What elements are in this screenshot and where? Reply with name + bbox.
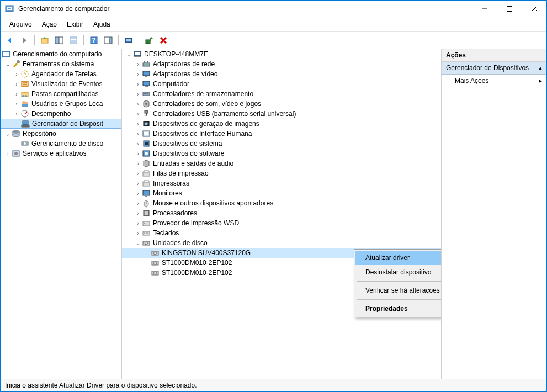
chevron-right-icon[interactable]: › [134, 151, 142, 157]
device-category-disks[interactable]: ⌄Unidades de disco [122, 238, 441, 248]
tree-services-apps[interactable]: › Serviços e aplicativos [1, 149, 121, 158]
menu-view[interactable]: Exibir [62, 19, 88, 29]
properties-button[interactable] [67, 34, 79, 46]
device-category[interactable]: ›Impressoras [122, 178, 441, 188]
chevron-right-icon[interactable]: › [134, 111, 142, 117]
chevron-right-icon[interactable]: › [134, 190, 142, 197]
close-button[interactable] [522, 1, 546, 17]
tree-eventviewer[interactable]: › Visualizador de Eventos [1, 79, 121, 89]
device-category[interactable]: ›Monitores [122, 188, 441, 198]
tree-users-label: Usuários e Grupos Loca [31, 100, 103, 108]
chevron-right-icon[interactable]: › [4, 151, 12, 157]
actions-more[interactable]: Mais Ações ▸ [442, 75, 546, 87]
chevron-down-icon[interactable]: ⌄ [134, 240, 142, 246]
forward-button[interactable] [18, 34, 30, 46]
chevron-right-icon[interactable]: › [134, 81, 142, 87]
svg-rect-51 [134, 56, 141, 57]
device-category[interactable]: ›Processadores [122, 208, 441, 218]
devmgr-icon [21, 119, 30, 128]
device-category[interactable]: ›Dispositivos de geração de imagens [122, 119, 441, 129]
device-category[interactable]: ›Dispositivos do software [122, 149, 441, 158]
scan-hardware-button[interactable] [123, 34, 135, 46]
chevron-right-icon[interactable]: › [134, 200, 142, 206]
chevron-right-icon[interactable]: › [13, 101, 20, 107]
clock-icon [20, 70, 29, 78]
console-tree-pane[interactable]: Gerenciamento do computado ⌄ Ferramentas… [1, 49, 122, 379]
tree-users-groups[interactable]: › Usuários e Grupos Loca [1, 99, 121, 109]
device-category[interactable]: ›Controladores de armazenamento [122, 89, 441, 99]
show-hide-action-pane-button[interactable] [102, 34, 114, 46]
device-category-label: Dispositivos de sistema [153, 140, 222, 147]
chevron-right-icon[interactable]: › [13, 81, 20, 87]
chevron-right-icon[interactable]: › [134, 230, 142, 236]
tree-system-tools[interactable]: ⌄ Ferramentas do sistema [1, 59, 121, 69]
tree-disk-management[interactable]: Gerenciamento de disco [1, 139, 121, 149]
device-category[interactable]: ›Dispositivos de Interface Humana [122, 129, 441, 139]
chevron-right-icon[interactable]: › [134, 91, 142, 97]
tree-root-label: Gerenciamento do computado [13, 50, 102, 58]
menu-file[interactable]: Arquivo [5, 19, 36, 29]
menu-action[interactable]: Ação [38, 19, 61, 29]
device-category[interactable]: ›Mouse e outros dispositivos apontadores [122, 198, 441, 208]
chevron-right-icon[interactable]: › [134, 171, 142, 177]
actions-section[interactable]: Gerenciador de Dispositivos ▴ [442, 62, 546, 75]
chevron-right-icon[interactable]: › [134, 210, 142, 216]
chevron-right-icon[interactable]: › [134, 121, 142, 127]
menu-help[interactable]: Ajuda [89, 19, 115, 29]
tree-device-manager[interactable]: Gerenciador de Disposit [1, 119, 121, 129]
tree-perf-label: Desempenho [31, 110, 71, 118]
chevron-right-icon[interactable]: › [134, 161, 142, 167]
chevron-right-icon[interactable]: › [134, 71, 142, 77]
device-category[interactable]: ›Computador [122, 79, 441, 89]
disk-device-label: ST1000DM010-2EP102 [162, 269, 232, 277]
chevron-right-icon[interactable]: › [13, 111, 20, 117]
update-driver-button[interactable] [143, 34, 155, 46]
chevron-down-icon[interactable]: ⌄ [4, 131, 12, 137]
show-hide-tree-button[interactable] [53, 34, 65, 46]
help-button[interactable]: ? [88, 34, 100, 46]
device-category[interactable]: ›Entradas e saídas de áudio [122, 158, 441, 168]
chevron-down-icon[interactable]: ⌄ [125, 51, 133, 57]
device-category[interactable]: ›Adaptadores de rede [122, 59, 441, 69]
uninstall-button[interactable] [157, 34, 169, 46]
device-root[interactable]: ⌄DESKTOP-448MM7E [122, 49, 441, 59]
perf-icon [20, 109, 29, 118]
chevron-right-icon[interactable]: › [134, 181, 142, 187]
chevron-right-icon[interactable]: › [134, 101, 142, 107]
maximize-button[interactable] [497, 1, 522, 17]
ctx-update-driver[interactable]: Atualizar driver [355, 251, 442, 265]
tree-performance[interactable]: › Desempenho [1, 109, 121, 119]
up-button[interactable] [39, 34, 51, 46]
tree-scheduler[interactable]: › Agendador de Tarefas [1, 69, 121, 79]
device-category-label: Provedor de Impressão WSD [153, 219, 239, 227]
disk-device-label: KINGSTON SUV400S37120G [162, 249, 251, 257]
back-button[interactable] [4, 34, 16, 46]
ctx-scan-hardware[interactable]: Verificar se há alterações de hardware [355, 283, 442, 298]
chevron-right-icon[interactable]: › [134, 131, 142, 137]
device-category[interactable]: ›Controladores de som, vídeo e jogos [122, 99, 441, 109]
category-icon [142, 159, 151, 168]
chevron-down-icon[interactable]: ⌄ [4, 61, 12, 67]
ctx-properties[interactable]: Propriedades [355, 301, 442, 316]
chevron-right-icon[interactable]: › [134, 141, 142, 147]
collapse-icon[interactable]: ▴ [539, 64, 542, 72]
device-category[interactable]: ›Controladores USB (barramento serial un… [122, 109, 441, 119]
device-category[interactable]: ›Filas de impressão [122, 168, 441, 178]
tree-root[interactable]: Gerenciamento do computado [1, 49, 121, 59]
device-category[interactable]: ›Provedor de Impressão WSD [122, 218, 441, 228]
minimize-button[interactable] [472, 1, 497, 17]
category-icon [142, 109, 151, 118]
tree-shared-folders[interactable]: › Pastas compartilhadas [1, 89, 121, 99]
chevron-right-icon[interactable]: › [134, 61, 142, 67]
device-category[interactable]: ›Teclados [122, 228, 441, 238]
ctx-uninstall-device[interactable]: Desinstalar dispositivo [355, 265, 442, 279]
toolbar: ? [1, 32, 546, 49]
tree-storage[interactable]: ⌄ Repositório [1, 129, 121, 139]
chevron-right-icon[interactable]: › [134, 220, 142, 226]
tree-scheduler-label: Agendador de Tarefas [31, 70, 97, 78]
device-category[interactable]: ›Dispositivos de sistema [122, 139, 441, 149]
device-tree-pane[interactable]: ⌄DESKTOP-448MM7E›Adaptadores de rede›Ada… [122, 49, 442, 379]
device-category[interactable]: ›Adaptadores de vídeo [122, 69, 441, 79]
chevron-right-icon[interactable]: › [13, 91, 20, 97]
chevron-right-icon[interactable]: › [13, 71, 20, 77]
